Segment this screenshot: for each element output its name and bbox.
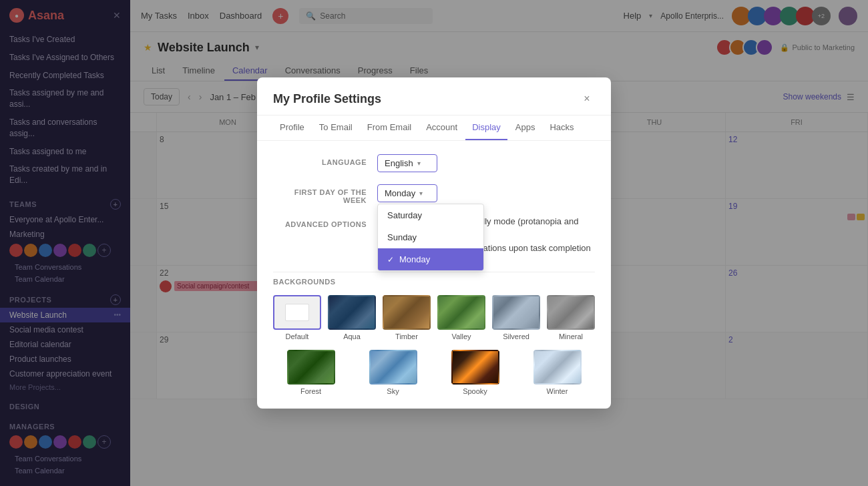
modal-tab-from-email[interactable]: From Email — [361, 115, 418, 140]
bg-label-winter: Winter — [547, 387, 568, 395]
backgrounds-grid-row2: Forest Sky Spooky Winter — [273, 350, 595, 395]
modal-tab-profile[interactable]: Profile — [273, 115, 311, 140]
first-day-caret-icon: ▾ — [419, 190, 423, 197]
language-dropdown: English ▾ — [377, 154, 437, 172]
bg-item-sky[interactable]: Sky — [355, 350, 431, 395]
language-caret-icon: ▾ — [417, 160, 421, 167]
bg-preview-spooky — [451, 350, 499, 385]
bg-item-silvered[interactable]: Silvered — [492, 295, 540, 340]
modal-tab-hacks[interactable]: Hacks — [543, 115, 580, 140]
bg-item-mineral[interactable]: Mineral — [547, 295, 595, 340]
backgrounds-section-title: BACKGROUNDS — [273, 272, 595, 286]
bg-item-default[interactable]: Default — [273, 295, 321, 340]
language-label: LANGUAGE — [273, 154, 367, 166]
bg-preview-sky — [369, 350, 417, 385]
modal-tabs: Profile To Email From Email Account Disp… — [257, 115, 611, 141]
bg-preview-mineral — [547, 295, 595, 330]
modal-header: My Profile Settings × — [257, 77, 611, 115]
first-day-label: FIRST DAY OF THE WEEK — [273, 184, 367, 204]
modal-tab-account[interactable]: Account — [419, 115, 464, 140]
bg-preview-timber — [383, 295, 431, 330]
language-value: English — [385, 158, 413, 168]
modal-overlay[interactable]: My Profile Settings × Profile To Email F… — [0, 0, 868, 486]
dropdown-option-sunday[interactable]: Sunday — [378, 226, 483, 248]
bg-preview-default — [273, 295, 321, 330]
bg-preview-forest — [287, 350, 335, 385]
advanced-options-label: ADVANCED OPTIONS — [273, 216, 367, 228]
bg-label-spooky: Spooky — [463, 387, 487, 395]
bg-label-mineral: Mineral — [559, 332, 583, 340]
bg-preview-aqua — [328, 295, 376, 330]
bg-item-valley[interactable]: Valley — [437, 295, 485, 340]
bg-item-timber[interactable]: Timber — [383, 295, 431, 340]
dropdown-option-saturday[interactable]: Saturday — [378, 204, 483, 226]
first-day-dropdown-menu: Saturday Sunday ✓ Monday — [377, 204, 484, 271]
bg-item-aqua[interactable]: Aqua — [328, 295, 376, 340]
first-day-dropdown-trigger[interactable]: Monday ▾ — [377, 184, 437, 202]
first-day-value: Monday — [385, 188, 415, 198]
first-day-row: FIRST DAY OF THE WEEK Monday ▾ Saturday … — [273, 184, 595, 204]
bg-label-timber: Timber — [395, 332, 418, 340]
bg-item-forest[interactable]: Forest — [273, 350, 349, 395]
bg-item-spooky[interactable]: Spooky — [437, 350, 513, 395]
bg-preview-valley — [437, 295, 485, 330]
first-day-dropdown: Monday ▾ Saturday Sunday ✓ Monday — [377, 184, 437, 202]
modal-body: LANGUAGE English ▾ FIRST DAY OF THE WEEK… — [257, 141, 611, 409]
bg-label-valley: Valley — [451, 332, 471, 340]
bg-label-silvered: Silvered — [503, 332, 529, 340]
dropdown-option-monday[interactable]: ✓ Monday — [378, 248, 483, 270]
modal-tab-display[interactable]: Display — [465, 115, 507, 140]
bg-item-winter[interactable]: Winter — [519, 350, 595, 395]
backgrounds-grid-row1: Default Aqua Timber Valley — [273, 295, 595, 340]
modal-tab-apps[interactable]: Apps — [509, 115, 542, 140]
bg-default-box — [285, 304, 309, 321]
bg-label-forest: Forest — [300, 387, 321, 395]
modal-tab-to-email[interactable]: To Email — [312, 115, 359, 140]
language-row: LANGUAGE English ▾ — [273, 154, 595, 172]
bg-preview-silvered — [492, 295, 540, 330]
language-dropdown-trigger[interactable]: English ▾ — [377, 154, 437, 172]
bg-label-aqua: Aqua — [343, 332, 361, 340]
modal-close-button[interactable]: × — [579, 91, 595, 107]
bg-label-default: Default — [286, 332, 309, 340]
modal-title: My Profile Settings — [273, 92, 381, 106]
bg-preview-winter — [533, 350, 582, 385]
profile-settings-modal: My Profile Settings × Profile To Email F… — [257, 77, 611, 409]
bg-label-sky: Sky — [387, 387, 399, 395]
check-icon: ✓ — [387, 255, 394, 264]
